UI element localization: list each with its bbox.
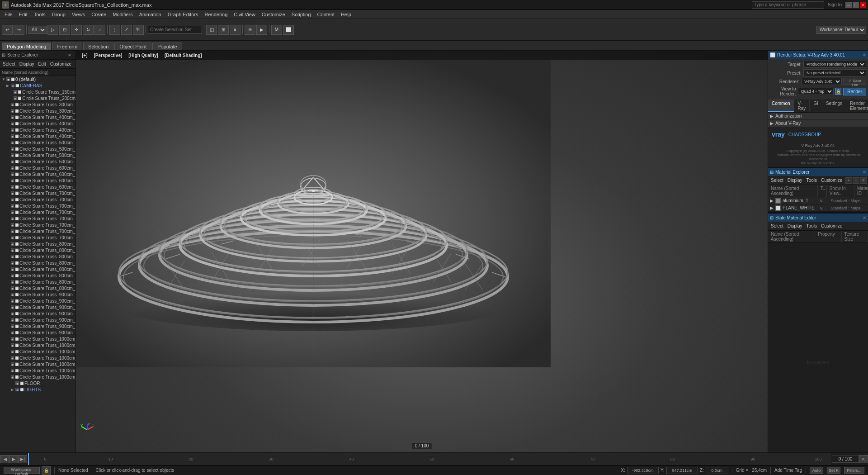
tab-polygon-modeling[interactable]: Polygon Modeling xyxy=(2,43,51,50)
align-button[interactable]: ≡ xyxy=(230,25,241,35)
tab-populate[interactable]: Populate xyxy=(152,43,182,50)
percent-snap-button[interactable]: % xyxy=(133,25,144,35)
z-coord-input[interactable] xyxy=(706,467,728,474)
save-file-button[interactable]: ✓ Save File xyxy=(844,78,866,85)
list-item[interactable]: ◉ ⬜ Circle Suare Truss_900cm_7 xyxy=(0,329,75,336)
list-item[interactable]: ◉ ⬜ Circle Suare Truss_1000cm_3 xyxy=(0,348,75,355)
scene-customize[interactable]: Customize xyxy=(48,61,73,67)
scene-select[interactable]: Select xyxy=(1,61,17,67)
minimize-button[interactable]: ─ xyxy=(845,2,852,8)
list-item[interactable]: ◉ ⬜ Circle Suare Truss_800cm_3 xyxy=(0,253,75,260)
menu-file[interactable]: File xyxy=(2,11,15,18)
list-item[interactable]: ◉ ⬜ Circle Suare Truss_800cm_7 xyxy=(0,279,75,285)
slate-col-name[interactable]: Name (Sorted Ascending) xyxy=(768,231,815,242)
mat-del-btn[interactable]: - xyxy=(853,177,860,184)
menu-views[interactable]: Views xyxy=(69,11,88,18)
slate-select[interactable]: Select xyxy=(769,223,785,229)
menu-create[interactable]: Create xyxy=(89,11,109,18)
list-item[interactable]: ◉ ⬜ Circle Suare Truss_600cm_2 xyxy=(0,171,75,177)
list-item[interactable]: ◉ ⬜ Circle Suare Truss_300cm_1 xyxy=(0,101,75,108)
col-name[interactable]: Name (Sorted Ascending) xyxy=(768,185,818,197)
list-item[interactable]: ◉ ⬜ Circle Suare Truss_800cm_1 xyxy=(0,241,75,247)
maximize-button[interactable]: □ xyxy=(853,2,859,8)
list-item[interactable]: ◉ ⬜ Circle Suare Truss_1000cm_8 xyxy=(0,374,75,380)
list-item[interactable]: ◉ ⬜ Circle Suare Truss_1000cm_6 xyxy=(0,367,75,374)
array-button[interactable]: ⊞ xyxy=(218,25,229,35)
set-k-button[interactable]: Set K xyxy=(827,467,840,474)
list-item[interactable]: ◉ ⬜ FLOOR xyxy=(0,380,75,386)
about-vray-section[interactable]: ▶ About V-Ray xyxy=(768,120,868,127)
list-item[interactable]: ◉ ⬜ Circle Suare Truss_1000cm_1 xyxy=(0,336,75,342)
layer-btn[interactable]: ⊕ xyxy=(245,25,255,35)
list-item[interactable]: ◉ ⬜ Circle Suare Truss_900cm_5 xyxy=(0,317,75,323)
scene-display[interactable]: Display xyxy=(18,61,36,67)
menu-civil-view[interactable]: Civil View xyxy=(231,11,258,18)
select-region-button[interactable]: ⊡ xyxy=(59,25,70,35)
menu-customize[interactable]: Customize xyxy=(259,11,288,18)
tab-render-elements[interactable]: Render Elements xyxy=(846,100,868,112)
undo-button[interactable]: ↩ xyxy=(2,25,13,35)
time-input[interactable] xyxy=(832,456,859,463)
list-item[interactable]: ◉ ⬜ Circle Suare Truss_300cm_2 xyxy=(0,108,75,114)
menu-edit[interactable]: Edit xyxy=(16,11,30,18)
list-item[interactable]: ◉ ⬜ Circle Suare Truss_700cm_3 xyxy=(0,203,75,209)
slate-customize[interactable]: Customize xyxy=(819,223,844,229)
menu-modifiers[interactable]: Modifiers xyxy=(110,11,136,18)
list-item[interactable]: ◉ ⬜ Circle Suare Truss_800cm_8 xyxy=(0,285,75,291)
render-button[interactable]: Render xyxy=(843,88,866,95)
menu-graph-editors[interactable]: Graph Editors xyxy=(165,11,201,18)
list-item[interactable]: ◉ ⬜ Circle Suare Truss_600cm_3 xyxy=(0,177,75,184)
view-select[interactable]: Quad 4 - Top xyxy=(798,88,834,95)
list-item[interactable]: ◉ ⬜ Circle Suare Truss_500cm_1 xyxy=(0,139,75,146)
add-time-key-btn[interactable]: K xyxy=(859,455,868,463)
list-item[interactable]: ◉ ⬜ Circle Suare Truss_900cm_6 xyxy=(0,323,75,329)
material-explorer-close[interactable]: ✕ xyxy=(863,170,866,175)
x-coord-input[interactable] xyxy=(627,467,659,474)
mat-customize[interactable]: Customize xyxy=(819,177,844,183)
slate-display[interactable]: Display xyxy=(786,223,804,229)
timeline-play-btn[interactable]: ▶ xyxy=(9,455,18,463)
mat-edit-btn[interactable]: E xyxy=(860,177,867,184)
scene-list[interactable]: ▼ ◉ ⬜ 0 (default) ▶ ◉ ⬜ CAMERAS ◉ ⬜ Circ… xyxy=(0,76,75,452)
menu-content[interactable]: Content xyxy=(315,11,338,18)
scene-edit[interactable]: Edit xyxy=(37,61,48,67)
mat-item-aluminium[interactable]: ▶ aluminium_1 V... Standard : Maps xyxy=(768,197,868,204)
workspace-lock-btn[interactable]: 🔒 xyxy=(42,466,51,475)
render-btn-tb[interactable]: ▶ xyxy=(256,25,267,35)
slate-tools[interactable]: Tools xyxy=(805,223,819,229)
sign-in-link[interactable]: Sign In xyxy=(828,2,842,7)
preset-select[interactable]: No preset selected xyxy=(803,69,866,76)
timeline-track[interactable]: 0 10 20 30 40 50 60 70 80 90 100 xyxy=(28,453,831,465)
filter-dropdown[interactable]: All xyxy=(28,26,47,34)
list-item[interactable]: ▶ ◉ ⬜ LIGHTS xyxy=(0,386,75,393)
search-input[interactable] xyxy=(752,1,824,9)
selection-set-input[interactable] xyxy=(148,26,202,34)
list-item[interactable]: ◉ ⬜ Circle Suare Truss_400cm_1 xyxy=(0,114,75,120)
list-item[interactable]: ◉ ⬜ Circle Suare Truss_200cm xyxy=(0,95,75,101)
mat-display[interactable]: Display xyxy=(786,177,804,183)
list-item[interactable]: ◉ ⬜ Circle Suare Truss_900cm_4 xyxy=(0,310,75,317)
list-item[interactable]: ◉ ⬜ Circle Suare Truss_700cm_7 xyxy=(0,228,75,234)
list-item[interactable]: ◉ ⬜ Circle Suare Truss_400cm_2 xyxy=(0,120,75,127)
menu-group[interactable]: Group xyxy=(49,11,68,18)
list-item[interactable]: ◉ ⬜ Circle Suare Truss_150cm xyxy=(0,89,75,95)
menu-animation[interactable]: Animation xyxy=(137,11,164,18)
list-item[interactable]: ◉ ⬜ Circle Suare Truss_900cm_2 xyxy=(0,298,75,304)
workspace-dropdown[interactable]: Workspace: Default xyxy=(816,26,866,34)
list-item[interactable]: ◉ ⬜ Circle Suare Truss_700cm_5 xyxy=(0,215,75,222)
menu-help[interactable]: Help xyxy=(338,11,354,18)
auto-button[interactable]: Auto xyxy=(810,467,823,474)
material-editor-btn[interactable]: M xyxy=(271,25,282,35)
list-item[interactable]: ◉ ⬜ Circle Suare Truss_700cm_2 xyxy=(0,196,75,203)
menu-rendering[interactable]: Rendering xyxy=(202,11,231,18)
mat-select[interactable]: Select xyxy=(769,177,785,183)
tab-selection[interactable]: Selection xyxy=(83,43,113,50)
list-item[interactable]: ◉ ⬜ Circle Suare Truss_700cm_8 xyxy=(0,234,75,241)
list-item[interactable]: ◉ ⬜ Circle Suare Truss_700cm_4 xyxy=(0,209,75,215)
snap-button[interactable]: ⋮ xyxy=(109,25,120,35)
target-select[interactable]: Production Rendering Mode xyxy=(803,61,866,68)
list-item[interactable]: ◉ ⬜ Circle Suare Truss_1000cm_4 xyxy=(0,355,75,361)
list-item[interactable]: ◉ ⬜ Circle Suare Truss_500cm_2 xyxy=(0,146,75,152)
mat-item-plane-white[interactable]: ▶ PLANE_WHITE V... Standard : Maps xyxy=(768,204,868,212)
tab-object-paint[interactable]: Object Paint xyxy=(114,43,151,50)
